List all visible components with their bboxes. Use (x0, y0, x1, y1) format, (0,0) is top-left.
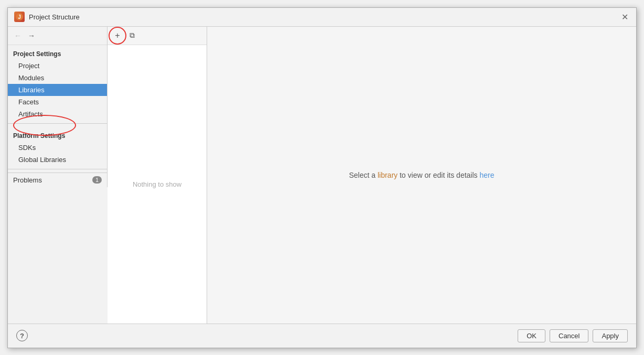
app-icon: J (14, 12, 25, 22)
right-panel: Select a library to view or edit its det… (207, 27, 636, 324)
middle-content: Nothing to show (108, 45, 207, 324)
sidebar-item-sdks[interactable]: SDKs (8, 142, 107, 154)
platform-settings-label: Platform Settings (8, 127, 107, 142)
sidebar-item-project[interactable]: Project (8, 60, 107, 72)
project-structure-dialog: J Project Structure ✕ ← → Project Settin… (7, 7, 637, 348)
nothing-to-show-label: Nothing to show (133, 180, 181, 188)
dialog-title: Project Structure (29, 13, 80, 21)
problems-row[interactable]: Problems 1 (8, 173, 107, 187)
select-msg-library: library (378, 171, 398, 179)
sidebar-wrapper: ← → Project Settings Project Modules Lib… (8, 27, 108, 324)
title-bar-left: J Project Structure (14, 12, 80, 22)
content-area: ← → Project Settings Project Modules Lib… (8, 27, 636, 324)
copy-button[interactable]: ⧉ (125, 29, 139, 42)
nav-header: ← → (8, 27, 107, 45)
title-bar: J Project Structure ✕ (8, 8, 636, 27)
project-settings-label: Project Settings (8, 45, 107, 60)
action-buttons: OK Cancel Apply (518, 329, 628, 342)
select-message: Select a library to view or edit its det… (349, 171, 494, 179)
select-msg-part2: to view or edit its details (398, 171, 479, 179)
sidebar-item-facets[interactable]: Facets (8, 96, 107, 108)
sidebar-item-global-libraries[interactable]: Global Libraries (8, 154, 107, 166)
problems-badge: 1 (92, 176, 102, 184)
sidebar-item-libraries[interactable]: Libraries (8, 84, 107, 96)
select-msg-here: here (479, 171, 494, 179)
help-button[interactable]: ? (16, 330, 28, 341)
toolbar: + ⧉ (108, 27, 207, 45)
sidebar-item-artifacts[interactable]: Artifacts (8, 108, 107, 120)
sidebar-divider (8, 123, 107, 124)
bottom-bar: ? OK Cancel Apply (8, 324, 636, 348)
svg-text:J: J (18, 14, 21, 20)
back-button[interactable]: ← (12, 30, 24, 41)
ok-button[interactable]: OK (518, 329, 545, 342)
close-button[interactable]: ✕ (619, 12, 630, 22)
add-button[interactable]: + (111, 29, 124, 42)
sidebar: ← → Project Settings Project Modules Lib… (8, 27, 108, 187)
middle-panel: + ⧉ Nothing to show (108, 27, 207, 324)
forward-button[interactable]: → (26, 30, 37, 41)
sidebar-divider-2 (8, 169, 107, 169)
sidebar-item-modules[interactable]: Modules (8, 72, 107, 84)
cancel-button[interactable]: Cancel (550, 329, 588, 342)
select-msg-part1: Select a (349, 171, 377, 179)
problems-label: Problems (13, 176, 42, 184)
apply-button[interactable]: Apply (593, 329, 628, 342)
